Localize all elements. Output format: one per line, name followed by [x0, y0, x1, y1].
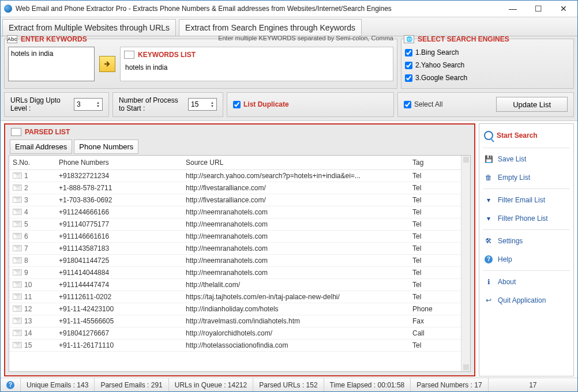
envelope-icon: [13, 293, 22, 300]
table-row[interactable]: 8+918041144725http://neemranahotels.comT…: [9, 254, 461, 266]
config-panel: AbcENTER KEYWORDS Enter multiple KEYWORD…: [1, 36, 577, 121]
table-row[interactable]: 7+911143587183http://neemranahotels.comT…: [9, 242, 461, 254]
table-row[interactable]: 14+918041276667http://royalorchidhotels.…: [9, 327, 461, 339]
window-title: Web Email and Phone Extractor Pro - Extr…: [16, 5, 500, 13]
empty-icon: 🗑: [484, 173, 493, 182]
digg-level-box: URLs Digg Upto Level : 3▲▼: [4, 92, 109, 117]
parsed-list-panel: PARSED LIST Email Addreses Phone Numbers…: [4, 123, 475, 376]
keywords-list-box: KEYWORDS LIST hotels in india: [120, 47, 393, 81]
table-row[interactable]: 1+918322721234http://search.yahoo.com/se…: [9, 169, 461, 182]
status-unique-emails: Unique Emails : 143: [21, 378, 95, 391]
scrollbar[interactable]: [461, 156, 470, 371]
envelope-icon: [13, 221, 22, 227]
envelope-icon: [13, 197, 22, 203]
col-sno[interactable]: S.No.: [9, 156, 55, 170]
about-button[interactable]: ℹAbout: [483, 273, 570, 291]
arrow-right-icon: [103, 60, 111, 68]
table-row[interactable]: 12+91-11-42423100http://indianholiday.co…: [9, 303, 461, 315]
list-duplicate-checkbox[interactable]: List Duplicate: [233, 100, 289, 108]
engines-title: SELECT SEARCH ENGINES: [418, 35, 509, 43]
col-url[interactable]: Source URL: [182, 156, 409, 170]
engine-item-0[interactable]: 1.Bing Search: [405, 47, 570, 58]
table-row[interactable]: 3+1-703-836-0692http://fivestaralliance.…: [9, 194, 461, 206]
spin-arrows-icon[interactable]: ▲▼: [211, 101, 214, 108]
process-count-box: Number of Process to Start : 15▲▼: [112, 92, 223, 117]
envelope-icon: [13, 269, 22, 276]
status-parsed-numbers: Parsed Numbers : 17: [411, 378, 488, 391]
table-row[interactable]: 13+91-11-45566605http://travelmasti.com/…: [9, 315, 461, 327]
results-grid[interactable]: S.No. Phone Numbers Source URL Tag 1+918…: [9, 156, 461, 371]
tab-search-engines[interactable]: Extract from Search Engines through Keyw…: [179, 19, 362, 36]
keywords-list[interactable]: hotels in india: [123, 61, 391, 78]
table-row[interactable]: 5+911140775177http://neemranahotels.comT…: [9, 218, 461, 230]
envelope-icon: [13, 233, 22, 239]
about-icon: ℹ: [484, 277, 493, 287]
globe-icon: 🌐: [404, 35, 414, 43]
filter-phone-button[interactable]: ▾Filter Phone List: [483, 209, 570, 228]
envelope-icon: [13, 318, 22, 324]
update-list-button[interactable]: Update List: [496, 97, 568, 112]
tab-phone-numbers[interactable]: Phone Numbers: [74, 140, 138, 154]
engine-actions-box: Select All Update List: [397, 92, 574, 117]
tab-urls[interactable]: Extract from Multiple Websites through U…: [2, 19, 176, 36]
filter-icon: ▾: [484, 214, 493, 223]
close-button[interactable]: ✕: [551, 1, 576, 17]
status-help[interactable]: ?: [1, 378, 21, 391]
keywords-title: ENTER KEYWORDS: [21, 35, 87, 43]
table-row[interactable]: 10+911144447474http://thelalit.com/Tel: [9, 278, 461, 291]
select-all-checkbox[interactable]: Select All: [404, 100, 442, 108]
status-time-elapsed: Time Elapsed : 00:01:58: [324, 378, 411, 391]
table-row[interactable]: 4+911244666166http://neemranahotels.comT…: [9, 206, 461, 218]
scroll-down-icon[interactable]: [463, 364, 469, 370]
statusbar: ? Unique Emails : 143 Parsed Emails : 29…: [1, 378, 577, 391]
envelope-icon: [13, 257, 22, 263]
envelope-icon: [13, 172, 22, 179]
table-row[interactable]: 15+91-11-26171110http://hotelassociation…: [9, 339, 461, 351]
save-icon: 💾: [484, 154, 493, 164]
list-duplicate-box: List Duplicate: [227, 92, 394, 117]
digg-level-input[interactable]: 3▲▼: [74, 98, 103, 111]
empty-list-button[interactable]: 🗑Empty List: [483, 168, 570, 187]
maximize-button[interactable]: ☐: [526, 1, 551, 17]
quit-button[interactable]: ↩Quit Application: [483, 291, 570, 310]
status-urls-queue: URLs in Queue : 14212: [169, 378, 253, 391]
table-row[interactable]: 9+911414044884http://neemranahotels.comT…: [9, 266, 461, 278]
save-list-button[interactable]: 💾Save List: [483, 150, 570, 168]
table-row[interactable]: 6+911146661616http://neemranahotels.comT…: [9, 230, 461, 242]
titlebar: Web Email and Phone Extractor Pro - Extr…: [1, 1, 577, 17]
status-parsed-emails: Parsed Emails : 291: [95, 378, 168, 391]
status-parsed-urls: Parsed URLs : 152: [253, 378, 324, 391]
start-search-button[interactable]: Start Search: [483, 129, 570, 146]
minimize-button[interactable]: —: [500, 1, 526, 17]
col-phone[interactable]: Phone Numbers: [55, 156, 182, 170]
help-icon: ?: [6, 381, 14, 389]
process-count-input[interactable]: 15▲▼: [188, 98, 217, 111]
table-row[interactable]: 2+1-888-578-2711http://fivestaralliance.…: [9, 182, 461, 194]
help-button[interactable]: ?Help: [483, 250, 570, 269]
add-keyword-button[interactable]: [99, 56, 115, 72]
app-icon: [4, 5, 12, 13]
table-row[interactable]: 11+91112611-0202https://taj.tajhotels.co…: [9, 291, 461, 303]
tab-email-addresses[interactable]: Email Addreses: [10, 140, 72, 154]
spin-arrows-icon[interactable]: ▲▼: [96, 101, 100, 108]
parsed-icon: [11, 128, 21, 136]
digg-level-label: URLs Digg Upto Level :: [10, 96, 68, 113]
abc-icon: Abc: [7, 35, 17, 43]
process-count-label: Number of Process to Start :: [119, 96, 182, 113]
engine-item-1[interactable]: 2.Yahoo Search: [405, 59, 570, 71]
help-icon: ?: [484, 255, 493, 264]
envelope-icon: [13, 209, 22, 215]
parsed-title: PARSED LIST: [25, 128, 70, 136]
envelope-icon: [13, 330, 22, 336]
settings-button[interactable]: 🛠Settings: [483, 232, 570, 250]
filter-email-button[interactable]: ▾Filter Email List: [483, 191, 570, 209]
keywords-input[interactable]: hotels in india: [8, 47, 95, 81]
engine-item-2[interactable]: 3.Google Search: [405, 72, 570, 84]
keywords-hint: Enter multiple KEYWORDS separated by Sem…: [218, 35, 393, 42]
search-icon: [484, 131, 493, 140]
quit-icon: ↩: [484, 296, 493, 305]
scroll-up-icon[interactable]: [463, 157, 469, 163]
envelope-icon: [13, 306, 22, 312]
actions-sidebar: Start Search 💾Save List 🗑Empty List ▾Fil…: [479, 123, 574, 376]
col-tag[interactable]: Tag: [409, 156, 461, 170]
